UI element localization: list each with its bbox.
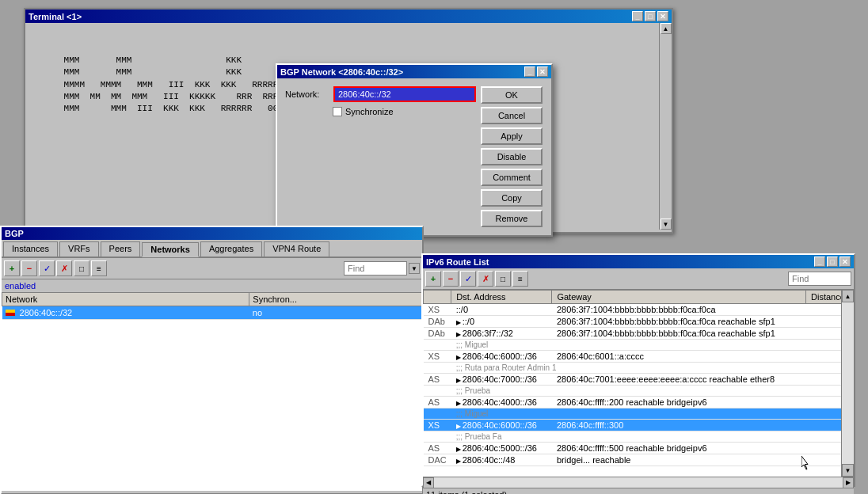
col-gateway-header[interactable]: Gateway [552,291,806,304]
bgp-network-dialog: BGP Network <2806:40c::/32> _ ✕ Network:… [276,63,553,237]
route-dst: ▶2806:40c:7000::/36 [451,374,552,386]
route-type [424,340,451,351]
route-gateway: bridgei... reachable [552,454,806,466]
table-row[interactable]: 2806:40c::/32 no [2,306,422,320]
hscroll-right[interactable]: ▶ [843,477,854,488]
col-network-header[interactable]: Network [2,293,249,306]
cancel-button[interactable]: Cancel [481,107,542,124]
ipv6-close-button[interactable]: ✕ [839,256,851,267]
search-dropdown-arrow[interactable]: ▼ [409,263,420,274]
route-gateway: 2806:3f7:1004:bbbb:bbbb:bbbb:f0ca:f0ca [552,304,806,316]
ipv6-filter-button[interactable]: ≡ [512,271,528,287]
vscroll-down[interactable]: ▼ [842,464,854,477]
terminal-maximize-button[interactable]: □ [645,11,656,21]
disable-button[interactable]: Disable [481,148,542,165]
bgp-form-section: Network: Synchronize [285,86,476,227]
tab-aggregates[interactable]: Aggregates [200,241,262,256]
terminal-minimize-button[interactable]: _ [632,11,643,21]
ipv6-add-button[interactable]: + [425,271,441,287]
route-type: XS [424,420,451,431]
bgp-dialog-minimize-button[interactable]: _ [524,66,535,77]
synchronize-label: Synchronize [345,107,394,116]
tab-networks[interactable]: Networks [142,242,199,257]
ok-button[interactable]: OK [481,86,542,104]
bgp-dialog-body: Network: Synchronize OK Cancel Apply Dis… [277,78,551,235]
route-type [424,431,451,443]
ipv6-check-button[interactable]: ✓ [460,271,476,287]
network-label: Network: [285,89,329,99]
check-button[interactable]: ✓ [39,260,55,276]
scrollbar-up-arrow[interactable]: ▲ [661,23,672,34]
ipv6-copy-button[interactable]: □ [495,271,511,287]
copy-toolbar-button[interactable]: □ [74,260,89,276]
ipv6-status-bar: 11 items (1 selected) [423,488,854,494]
table-row[interactable]: XS ::/0 2806:3f7:1004:bbbb:bbbb:bbbb:f0c… [424,304,854,316]
comment-text: ;;; Prueba Fa [451,431,854,443]
terminal-scrollbar[interactable]: ▲ ▼ [659,23,672,230]
ipv6-route-panel: IPv6 Route List _ □ ✕ + − ✓ ✗ □ ≡ Dst. A… [421,253,855,487]
table-row[interactable]: XS ▶2806:40c:6000::/36 2806:40c:6001::a:… [424,351,854,363]
ipv6-x-button[interactable]: ✗ [478,271,493,287]
scrollbar-down-arrow[interactable]: ▼ [661,218,672,230]
enabled-text: enabled [2,279,422,292]
ipv6-vscrollbar[interactable]: ▲ ▼ [841,290,854,477]
ipv6-minimize-button[interactable]: _ [814,256,825,267]
synchronize-checkbox[interactable] [333,107,342,116]
hscroll-left[interactable]: ◀ [423,477,434,488]
bgp-networks-table: Network Synchron... 2806:40c::/32 no [2,292,422,320]
add-button[interactable]: + [4,260,20,276]
tab-instances[interactable]: Instances [3,241,58,256]
bgp-dialog-titlebar-buttons: _ ✕ [524,66,548,77]
col-dst-header[interactable]: Dst. Address [451,291,552,304]
route-type: DAC [424,454,451,466]
bgp-dialog-titlebar: BGP Network <2806:40c::/32> _ ✕ [277,65,551,78]
terminal-line-1 [32,30,653,42]
comment-button[interactable]: Comment [481,169,542,186]
terminal-titlebar: Terminal <1> _ □ ✕ [25,10,672,23]
terminal-line-2 [32,42,653,54]
col-type-header[interactable] [424,291,451,304]
table-row[interactable]: DAb ▶2806:3f7::/32 2806:3f7:1004:bbbb:bb… [424,328,854,340]
tab-vrfs[interactable]: VRFs [59,241,99,256]
route-dst: ▶2806:40c:6000::/36 [451,420,552,431]
bgp-search-input[interactable] [344,261,407,276]
terminal-close-button[interactable]: ✕ [657,11,668,21]
route-gateway: 2806:40c:6001::a:cccc [552,351,806,363]
network-input[interactable] [333,86,476,102]
comment-row: ;;; Prueba Fa [424,431,854,443]
table-row[interactable]: AS ▶2806:40c:4000::/36 2806:40c:ffff::20… [424,397,854,408]
table-row[interactable]: AS ▶2806:40c:7000::/36 2806:40c:7001:eee… [424,374,854,386]
network-flag-icon [6,310,15,316]
route-dst: ▶2806:40c::/48 [451,454,552,466]
vscroll-up[interactable]: ▲ [842,290,854,302]
bgp-dialog-close-button[interactable]: ✕ [537,66,548,77]
copy-button[interactable]: Copy [481,189,542,207]
ipv6-maximize-button[interactable]: □ [827,256,838,267]
route-dst: ▶2806:40c:5000::/36 [451,443,552,454]
comment-row: ;;; Prueba [424,386,854,397]
table-row[interactable]: DAC ▶2806:40c::/48 bridgei... reachable [424,454,854,466]
remove-button[interactable]: Remove [481,210,542,227]
route-dst: ▶::/0 [451,316,552,328]
col-sync-header[interactable]: Synchron... [249,293,422,306]
route-type [424,363,451,374]
table-row[interactable]: DAb ▶::/0 2806:3f7:1004:bbbb:bbbb:bbbb:f… [424,316,854,328]
hscroll-track [434,477,843,488]
x-button[interactable]: ✗ [56,260,72,276]
route-type [424,386,451,397]
apply-button[interactable]: Apply [481,127,542,145]
tab-vpn4route[interactable]: VPN4 Route [264,241,329,256]
filter-button[interactable]: ≡ [91,260,107,276]
route-type: AS [424,443,451,454]
table-row-selected[interactable]: XS ▶2806:40c:6000::/36 2806:40c:ffff::30… [424,420,854,431]
ipv6-search-input[interactable] [788,272,851,286]
status-text: 11 items (1 selected) [426,490,507,494]
table-row[interactable]: AS ▶2806:40c:5000::/36 2806:40c:ffff::50… [424,443,854,454]
ipv6-remove-button[interactable]: − [443,271,459,287]
ipv6-hscrollbar[interactable]: ◀ ▶ [423,477,854,488]
comment-text: ;;; Prueba [451,386,854,397]
bgp-panel: BGP Instances VRFs Peers Networks Aggreg… [0,226,424,494]
remove-button-bgp[interactable]: − [21,260,37,276]
comment-row-selected: ;;; Miguel [424,408,854,420]
tab-peers[interactable]: Peers [101,241,141,256]
